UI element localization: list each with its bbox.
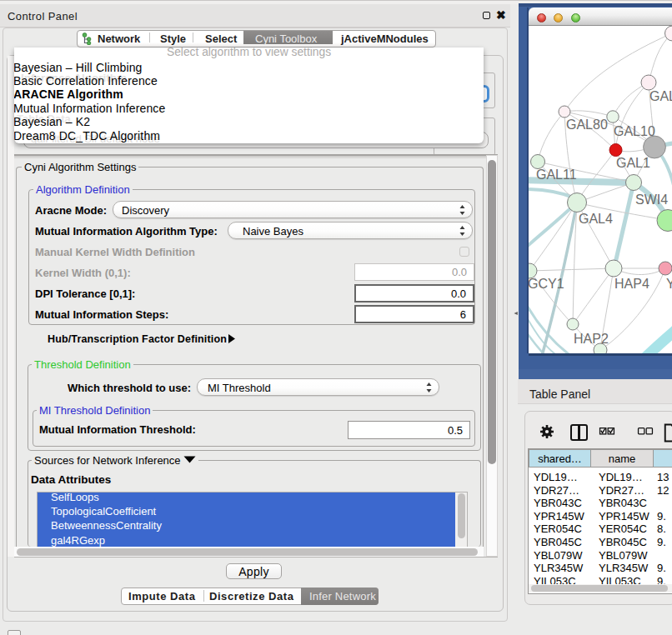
svg-text:SWI4: SWI4: [635, 192, 668, 207]
svg-text:GAL1: GAL1: [616, 156, 650, 170]
svg-text:GAL80: GAL80: [566, 118, 608, 132]
svg-text:GAL4: GAL4: [579, 212, 613, 226]
svg-text:GCY1: GCY1: [529, 277, 564, 291]
svg-text:GAL8: GAL8: [649, 89, 672, 103]
svg-text:HAP2: HAP2: [574, 332, 609, 346]
svg-text:Y: Y: [666, 277, 672, 291]
svg-text:GAL10: GAL10: [614, 124, 655, 138]
svg-text:GAL11: GAL11: [536, 168, 577, 182]
svg-text:HAP4: HAP4: [614, 277, 649, 291]
